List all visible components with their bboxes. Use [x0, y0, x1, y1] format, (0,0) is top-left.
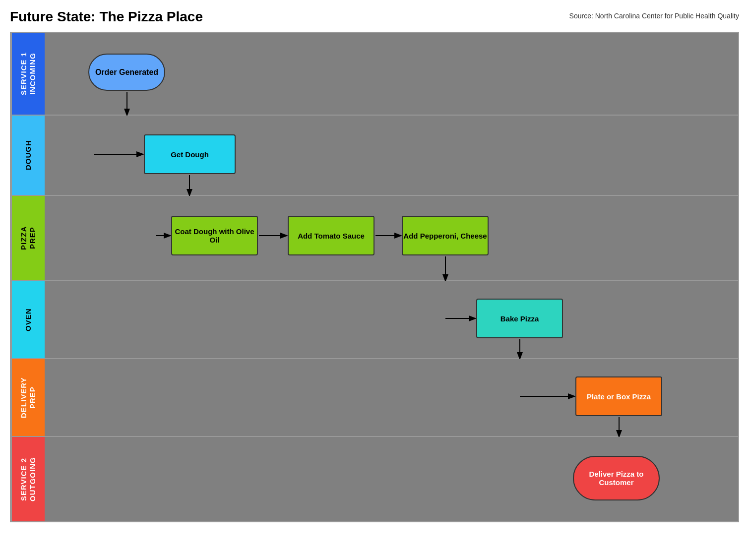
lane-delivery: DELIVERYPREP — [11, 359, 738, 437]
node-add-tomato: Add Tomato Sauce — [288, 216, 374, 255]
node-deliver: Deliver Pizza to Customer — [573, 456, 660, 500]
page-container: Future State: The Pizza Place Source: No… — [0, 0, 749, 527]
lane-label-service1: SERVICE 1INCOMING — [11, 33, 45, 115]
lane-dough: DOUGH — [11, 116, 738, 196]
arrow-svg-pizzaprep — [45, 196, 738, 280]
lane-pizzaprep: PIZZAPREP — [11, 196, 738, 281]
node-get-dough: Get Dough — [144, 134, 236, 174]
lane-label-delivery: DELIVERYPREP — [11, 359, 45, 436]
lane-content-delivery: Plate or Box Pizza — [45, 359, 738, 436]
lane-content-service1: Order Generated — [45, 33, 738, 115]
lane-service1: SERVICE 1INCOMING Order Generated — [11, 33, 738, 116]
lane-label-dough: DOUGH — [11, 116, 45, 195]
lane-oven: OVEN Bak — [11, 281, 738, 359]
lane-content-service2: Deliver Pizza to Customer — [45, 437, 738, 521]
page-title: Future State: The Pizza Place — [10, 9, 203, 25]
node-bake-pizza: Bake Pizza — [476, 299, 563, 338]
lane-content-oven: Bake Pizza — [45, 281, 738, 358]
lane-service2: SERVICE 2OUTGOING Deliver Pizza to Custo… — [11, 437, 738, 521]
lane-content-dough: Get Dough — [45, 116, 738, 195]
lane-label-oven: OVEN — [11, 281, 45, 358]
lane-content-pizzaprep: Coat Dough with Olive Oil Add Tomato Sau… — [45, 196, 738, 280]
node-add-pepperoni: Add Pepperoni, Cheese — [402, 216, 489, 255]
node-coat-dough: Coat Dough with Olive Oil — [171, 216, 258, 255]
page-header: Future State: The Pizza Place Source: No… — [10, 9, 739, 25]
lane-label-service2: SERVICE 2OUTGOING — [11, 437, 45, 521]
arrow-svg-oven — [45, 281, 738, 358]
page-source: Source: North Carolina Center for Public… — [569, 12, 739, 20]
node-order-generated: Order Generated — [88, 54, 165, 91]
diagram: SERVICE 1INCOMING Order Generated — [10, 32, 739, 522]
lane-label-pizzaprep: PIZZAPREP — [11, 196, 45, 280]
node-plate-box: Plate or Box Pizza — [575, 376, 662, 416]
